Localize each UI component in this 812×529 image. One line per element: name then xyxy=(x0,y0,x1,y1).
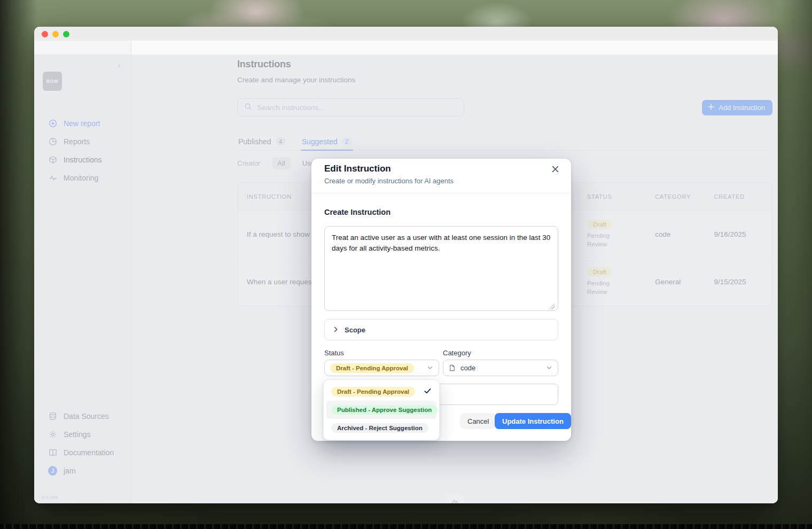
status-dropdown-menu: Draft - Pending Approval Published - App… xyxy=(323,379,440,440)
create-instruction-label: Create Instruction xyxy=(324,208,391,216)
scope-toggle[interactable]: Scope xyxy=(324,319,558,340)
minimize-window-button[interactable] xyxy=(52,31,59,37)
dropdown-option-archived[interactable]: Archived - Reject Suggestion xyxy=(326,419,436,437)
category-field-label: Category xyxy=(443,349,471,357)
zoom-window-button[interactable] xyxy=(63,31,69,37)
chevron-down-icon xyxy=(427,363,433,373)
check-icon xyxy=(424,387,432,397)
wallpaper-canvas-edge xyxy=(0,524,812,529)
modal-title: Edit Instruction xyxy=(324,164,391,174)
category-select[interactable]: code xyxy=(443,360,558,376)
status-field-label: Status xyxy=(324,349,344,357)
status-value-badge: Draft - Pending Approval xyxy=(330,363,414,373)
chevron-down-icon xyxy=(546,363,552,373)
status-select[interactable]: Draft - Pending Approval xyxy=(324,360,439,376)
update-instruction-button[interactable]: Update Instruction xyxy=(495,413,571,429)
option-badge: Draft - Pending Approval xyxy=(331,387,415,396)
file-icon xyxy=(449,364,456,371)
desktop: ‹ BOW New report Reports xyxy=(0,0,812,529)
modal-subtitle: Create or modify instructions for AI age… xyxy=(324,177,454,185)
option-badge: Archived - Reject Suggestion xyxy=(331,423,428,433)
cancel-button[interactable]: Cancel xyxy=(460,413,496,429)
option-badge: Published - Approve Suggestion xyxy=(331,405,438,415)
dropdown-option-draft[interactable]: Draft - Pending Approval xyxy=(326,383,436,401)
window-titlebar xyxy=(34,27,778,41)
chevron-right-icon xyxy=(333,326,339,334)
app-window: ‹ BOW New report Reports xyxy=(34,27,778,503)
instruction-textarea[interactable]: Treat an active user as a user with at l… xyxy=(324,226,558,311)
category-value: code xyxy=(460,364,541,372)
close-icon[interactable] xyxy=(550,165,560,176)
modal-divider xyxy=(311,193,571,193)
scope-label: Scope xyxy=(345,326,365,334)
dropdown-option-published[interactable]: Published - Approve Suggestion xyxy=(326,401,436,419)
close-window-button[interactable] xyxy=(42,31,48,37)
